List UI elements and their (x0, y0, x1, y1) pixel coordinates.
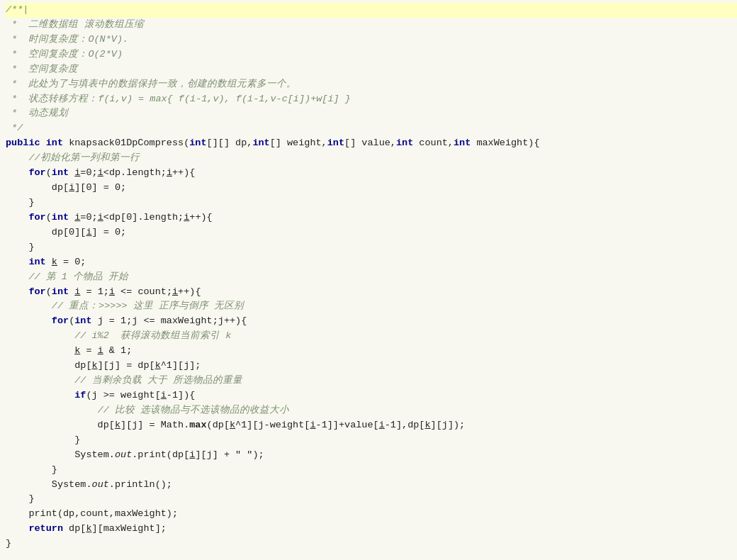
line-21: // 重点：>>>>> 这里 正序与倒序 无区别 (6, 299, 737, 314)
line-22: for(int j = 1;j <= maxWeight;j++){ (6, 314, 737, 329)
line-8: * 动态规划 (6, 106, 737, 121)
line-19: // 第 1 个物品 开始 (6, 270, 737, 285)
line-18: int k = 0; (6, 255, 737, 270)
line-15: for(int i=0;i<dp[0].length;i++){ (6, 211, 737, 225)
line-13: dp[i][0] = 0; (6, 181, 737, 196)
line-16: dp[0][i] = 0; (6, 225, 737, 240)
line-23: // i%2 获得滚动数组当前索引 k (6, 329, 737, 344)
line-4: * 空间复杂度：O(2*V) (6, 47, 737, 62)
line-2: * 二维数据组 滚动数组压缩 (6, 18, 737, 33)
line-17: } (6, 240, 737, 255)
line-26: // 当剩余负载 大于 所选物品的重量 (6, 374, 737, 388)
line-35: print(dp,count,maxWeight); (6, 507, 737, 522)
line-3: * 时间复杂度：O(N*V). (6, 33, 737, 47)
line-32: } (6, 463, 737, 478)
line-31: System.out.print(dp[i][j] + " "); (6, 448, 737, 463)
line-6: * 此处为了与填表中的数据保持一致，创建的数组元素多一个。 (6, 77, 737, 92)
line-12: for(int i=0;i<dp.length;i++){ (6, 166, 737, 181)
line-33: System.out.println(); (6, 478, 737, 493)
line-25: dp[k][j] = dp[k^1][j]; (6, 359, 737, 374)
line-24: k = i & 1; (6, 344, 737, 359)
line-36: return dp[k][maxWeight]; (6, 522, 737, 537)
line-29: dp[k][j] = Math.max(dp[k^1][j-weight[i-1… (6, 418, 737, 433)
line-5: * 空间复杂度 (6, 62, 737, 77)
line-14: } (6, 196, 737, 211)
line-11: //初始化第一列和第一行 (6, 151, 737, 166)
line-27: if(j >= weight[i-1]){ (6, 388, 737, 403)
code-editor: /**| * 二维数据组 滚动数组压缩 * 时间复杂度：O(N*V). * 空间… (0, 0, 737, 560)
line-34: } (6, 492, 737, 507)
line-28: // 比较 选该物品与不选该物品的收益大小 (6, 403, 737, 418)
line-1: /**| (6, 3, 737, 18)
line-9: */ (6, 121, 737, 136)
line-20: for(int i = 1;i <= count;i++){ (6, 285, 737, 300)
line-10: public int knapsack01DpCompress(int[][] … (6, 136, 737, 151)
line-7: * 状态转移方程：f(i,v) = max{ f(i-1,v), f(i-1,v… (6, 92, 737, 107)
line-37: } (6, 537, 737, 551)
line-30: } (6, 433, 737, 448)
